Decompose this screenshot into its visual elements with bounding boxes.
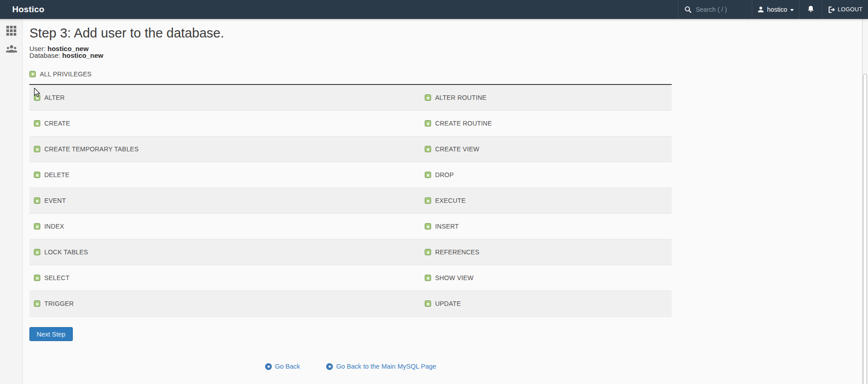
privilege-row: ALTER ALTER ROUTINE	[29, 85, 672, 111]
users-group-icon	[5, 44, 18, 53]
all-privileges-label: ALL PRIVILEGES	[40, 70, 91, 78]
privilege-checkbox-update[interactable]	[425, 300, 431, 307]
context-info: User: hostico_new Database: hostico_new	[29, 45, 672, 59]
logout-icon	[828, 6, 835, 13]
search-input[interactable]	[696, 6, 749, 13]
privilege-label: EVENT	[44, 197, 66, 204]
next-step-button[interactable]: Next Step	[29, 327, 73, 341]
privilege-label: ALTER	[44, 94, 65, 101]
notifications-button[interactable]	[799, 0, 822, 19]
privilege-checkbox-execute[interactable]	[425, 197, 431, 204]
vertical-scrollbar-track[interactable]	[862, 19, 868, 384]
privilege-cell: CREATE ROUTINE	[420, 120, 672, 127]
vertical-scrollbar-thumb[interactable]	[863, 74, 867, 384]
privilege-checkbox-insert[interactable]	[425, 223, 431, 229]
privilege-cell: SELECT	[29, 274, 420, 281]
privilege-checkbox-alter[interactable]	[34, 94, 40, 101]
privilege-label: ALTER ROUTINE	[435, 94, 487, 101]
top-navbar: Hostico hostico	[0, 0, 868, 19]
privilege-label: DROP	[435, 171, 454, 178]
privilege-label: REFERENCES	[435, 248, 479, 256]
privilege-row: CREATE CREATE ROUTINE	[29, 111, 672, 136]
database-line: Database: hostico_new	[29, 52, 672, 59]
privilege-cell: ALTER	[29, 94, 420, 101]
header-spacer	[44, 0, 678, 19]
search-icon	[684, 6, 692, 13]
privilege-label: CREATE	[44, 120, 70, 127]
privilege-checkbox-lock-tables[interactable]	[34, 249, 40, 255]
privilege-checkbox-create-routine[interactable]	[425, 120, 431, 126]
go-back-link[interactable]: Go Back	[265, 363, 300, 370]
privilege-checkbox-create[interactable]	[34, 120, 40, 126]
privilege-checkbox-trigger[interactable]	[34, 300, 40, 307]
privileges-table: ALTER ALTER ROUTINE CREATE CREATE ROUTIN…	[29, 84, 672, 317]
privilege-cell: EXECUTE	[420, 197, 672, 204]
all-privileges-checkbox[interactable]	[29, 71, 36, 77]
privilege-checkbox-delete[interactable]	[34, 172, 40, 178]
privilege-label: SHOW VIEW	[435, 274, 474, 281]
privilege-cell: DELETE	[29, 171, 420, 178]
privilege-label: DELETE	[44, 171, 70, 178]
privilege-label: CREATE ROUTINE	[435, 120, 492, 127]
privilege-cell: CREATE TEMPORARY TABLES	[29, 145, 420, 153]
privilege-checkbox-index[interactable]	[34, 223, 40, 229]
grid-icon	[6, 26, 16, 36]
go-back-label: Go Back	[275, 363, 300, 370]
go-back-mysql-label: Go Back to the Main MySQL Page	[336, 363, 436, 370]
all-privileges-row: ALL PRIVILEGES	[29, 70, 672, 77]
go-back-mysql-link[interactable]: Go Back to the Main MySQL Page	[326, 363, 436, 370]
left-sidebar	[0, 19, 23, 384]
sidebar-item-applications[interactable]	[0, 22, 23, 40]
privilege-checkbox-select[interactable]	[34, 275, 40, 281]
privilege-row: LOCK TABLES REFERENCES	[29, 239, 672, 265]
page-title: Step 3: Add user to the database.	[29, 26, 672, 41]
privilege-cell: DROP	[420, 171, 672, 178]
privilege-cell: CREATE VIEW	[420, 145, 672, 153]
arrow-circle-left-icon	[265, 363, 272, 370]
privilege-checkbox-show-view[interactable]	[425, 275, 431, 281]
privilege-label: INDEX	[44, 223, 64, 230]
bell-icon	[807, 5, 815, 14]
logout-label: LOGOUT	[838, 6, 863, 13]
privilege-label: LOCK TABLES	[44, 248, 88, 256]
privilege-cell: EVENT	[29, 197, 420, 204]
privilege-label: EXECUTE	[435, 197, 466, 204]
caret-down-icon	[790, 9, 794, 11]
page: Hostico hostico	[0, 0, 868, 384]
privilege-checkbox-create-view[interactable]	[425, 146, 431, 152]
privilege-cell: INSERT	[420, 223, 672, 230]
sidebar-item-accounts[interactable]	[0, 40, 23, 58]
database-label: Database:	[29, 52, 60, 59]
user-icon	[758, 6, 764, 13]
privilege-row: INDEX INSERT	[29, 214, 672, 239]
privilege-label: CREATE VIEW	[435, 145, 479, 153]
privilege-checkbox-create-temporary-tables[interactable]	[34, 146, 40, 152]
privilege-checkbox-event[interactable]	[34, 197, 40, 204]
privilege-checkbox-alter-routine[interactable]	[425, 94, 431, 101]
privilege-checkbox-references[interactable]	[425, 249, 431, 255]
user-menu-label: hostico	[767, 6, 787, 13]
privilege-cell: TRIGGER	[29, 300, 420, 307]
privilege-cell: ALTER ROUTINE	[420, 94, 672, 101]
privilege-cell: CREATE	[29, 120, 420, 127]
privilege-label: INSERT	[435, 223, 459, 230]
logout-button[interactable]: LOGOUT	[822, 0, 868, 19]
privilege-cell: INDEX	[29, 223, 420, 230]
privilege-label: CREATE TEMPORARY TABLES	[44, 145, 138, 153]
privilege-row: EVENT EXECUTE	[29, 188, 672, 214]
privilege-row: DELETE DROP	[29, 162, 672, 188]
privilege-label: SELECT	[44, 274, 70, 281]
header-search	[678, 0, 752, 19]
footer-links: Go Back Go Back to the Main MySQL Page	[29, 363, 672, 370]
privilege-checkbox-drop[interactable]	[425, 172, 431, 178]
privilege-cell: REFERENCES	[420, 248, 672, 256]
privilege-row: TRIGGER UPDATE	[29, 291, 672, 317]
brand-logo[interactable]: Hostico	[0, 0, 44, 19]
user-line: User: hostico_new	[29, 45, 672, 52]
privilege-row: SELECT SHOW VIEW	[29, 265, 672, 291]
user-menu[interactable]: hostico	[752, 0, 799, 19]
privilege-cell: SHOW VIEW	[420, 274, 672, 281]
privilege-label: UPDATE	[435, 300, 461, 307]
privilege-label: TRIGGER	[44, 300, 74, 307]
privilege-cell: UPDATE	[420, 300, 672, 307]
